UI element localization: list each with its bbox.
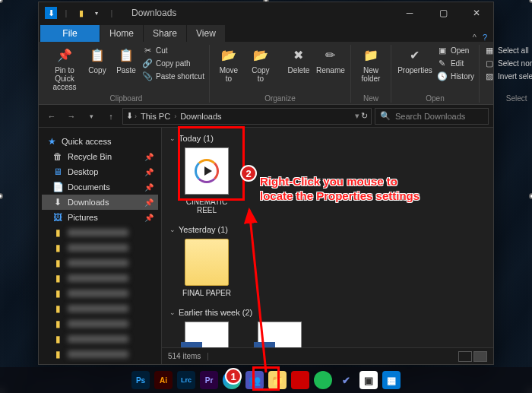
taskbar-app2[interactable]: ▣ bbox=[359, 371, 378, 389]
pin-quick-access-button[interactable]: 📌Pin to Quick access bbox=[48, 45, 81, 93]
view-details-button[interactable] bbox=[458, 351, 472, 362]
tab-file[interactable]: File bbox=[40, 25, 100, 42]
file-word-doc[interactable] bbox=[177, 322, 236, 347]
group-organize-label: Organize bbox=[214, 93, 346, 103]
sidebar-item-pictures[interactable]: 🖼Pictures📌 bbox=[42, 210, 158, 225]
ribbon-tabs: File Home Share View ^ ? bbox=[39, 24, 493, 42]
taskbar[interactable]: Ps Ai Lrc Pr 👥 📁 ✔ ▣ ▦ bbox=[0, 367, 532, 393]
status-bar: 514 items | bbox=[162, 347, 493, 364]
search-icon: 🔍 bbox=[380, 111, 391, 121]
tab-share[interactable]: Share bbox=[144, 25, 186, 42]
up-button[interactable]: ↑ bbox=[103, 108, 119, 125]
sidebar-item-blurred[interactable]: ▮x bbox=[42, 255, 158, 271]
group-open-label: Open bbox=[396, 93, 474, 103]
search-input[interactable]: 🔍 Search Downloads bbox=[375, 108, 489, 125]
taskbar-app[interactable] bbox=[291, 371, 309, 389]
qat-dropdown-icon[interactable]: ▾ bbox=[90, 7, 103, 19]
sidebar-item-desktop[interactable]: 🖥Desktop📌 bbox=[42, 164, 158, 179]
move-to-button[interactable]: 📂Move to bbox=[214, 45, 243, 84]
sidebar-item-blurred[interactable]: ▮x bbox=[42, 301, 158, 316]
ribbon-help-icon[interactable]: ? bbox=[483, 33, 487, 42]
select-all-button[interactable]: ▦Select all bbox=[484, 45, 532, 55]
breadcrumb-dropdown-icon[interactable]: ▾ bbox=[355, 111, 359, 121]
copy-path-button[interactable]: 🔗Copy path bbox=[142, 58, 204, 68]
sidebar-item-downloads[interactable]: ⬇Downloads📌 bbox=[42, 195, 158, 210]
group-select-label: Select bbox=[484, 93, 532, 103]
ribbon-collapse-icon[interactable]: ^ bbox=[473, 33, 477, 42]
invert-selection-button[interactable]: ▨Invert selection bbox=[484, 71, 532, 81]
properties-button[interactable]: ✔Properties bbox=[396, 45, 434, 76]
sidebar-item-documents[interactable]: 📄Documents📌 bbox=[42, 179, 158, 195]
sidebar: ★Quick access 🗑Recycle Bin📌 🖥Desktop📌 📄D… bbox=[39, 128, 162, 364]
new-folder-button[interactable]: 📁New folder bbox=[356, 45, 386, 84]
select-none-button[interactable]: ▢Select none bbox=[484, 58, 532, 68]
window-title: Downloads bbox=[124, 8, 393, 18]
sidebar-item-blurred[interactable]: ▮x bbox=[42, 316, 158, 331]
sidebar-item-blurred[interactable]: ▮x bbox=[42, 271, 158, 286]
taskbar-lightroom[interactable]: Lrc bbox=[177, 371, 195, 389]
sidebar-quick-access[interactable]: ★Quick access bbox=[42, 134, 158, 149]
folder-icon: ⬇ bbox=[126, 111, 133, 121]
file-pane[interactable]: ⌄Today (1) CINEMATIC REEL ⌄Yesterday (1)… bbox=[162, 128, 493, 364]
close-button[interactable]: ✕ bbox=[460, 2, 493, 24]
taskbar-photoshop[interactable]: Ps bbox=[131, 371, 150, 389]
address-bar: ← → ▾ ↑ ⬇ › This PC › Downloads ▾ ↻ 🔍 Se… bbox=[39, 105, 493, 128]
file-word-doc[interactable] bbox=[250, 322, 309, 347]
delete-button[interactable]: ✖Delete bbox=[285, 45, 312, 76]
copy-button[interactable]: 📋Copy bbox=[84, 45, 110, 76]
taskbar-edge[interactable] bbox=[223, 371, 241, 389]
qat-folder2-icon[interactable]: ▮ bbox=[75, 7, 87, 19]
refresh-button[interactable]: ↻ bbox=[361, 111, 368, 121]
qat-folder-icon[interactable]: ⬇ bbox=[45, 7, 57, 19]
taskbar-app3[interactable]: ▦ bbox=[382, 371, 401, 389]
history-button[interactable]: 🕓History bbox=[437, 71, 474, 81]
qat-sep: | bbox=[106, 7, 118, 19]
ribbon: 📌Pin to Quick access 📋Copy 📋Paste ✂Cut 🔗… bbox=[39, 42, 493, 105]
group-yesterday-header[interactable]: ⌄Yesterday (1) bbox=[169, 222, 486, 239]
cut-button[interactable]: ✂Cut bbox=[142, 45, 204, 55]
sidebar-item-blurred[interactable]: ▮x bbox=[42, 240, 158, 255]
tab-home[interactable]: Home bbox=[100, 25, 143, 42]
word-icon bbox=[185, 322, 229, 347]
minimize-button[interactable]: ─ bbox=[393, 2, 426, 24]
paste-shortcut-button[interactable]: 📎Paste shortcut bbox=[142, 71, 204, 81]
video-thumb-icon bbox=[185, 147, 229, 195]
maximize-button[interactable]: ▢ bbox=[426, 2, 460, 24]
edit-button[interactable]: ✎Edit bbox=[437, 58, 474, 68]
group-earlier-header[interactable]: ⌄Earlier this week (2) bbox=[169, 305, 486, 322]
sidebar-item-blurred[interactable]: ▮x bbox=[42, 286, 158, 301]
forward-button[interactable]: → bbox=[63, 108, 80, 125]
group-today-header[interactable]: ⌄Today (1) bbox=[169, 131, 486, 147]
recent-dropdown[interactable]: ▾ bbox=[83, 108, 100, 125]
file-final-paper[interactable]: FINAL PAPER bbox=[177, 239, 236, 297]
taskbar-explorer[interactable]: 📁 bbox=[268, 371, 287, 389]
taskbar-teams[interactable]: 👥 bbox=[245, 371, 264, 389]
item-count: 514 items bbox=[168, 352, 201, 360]
open-button[interactable]: ▣Open bbox=[437, 45, 474, 55]
taskbar-discord[interactable]: ✔ bbox=[337, 371, 355, 389]
sidebar-item-blurred[interactable]: ▮x bbox=[42, 225, 158, 240]
rename-button[interactable]: ✏Rename bbox=[315, 45, 346, 76]
paste-button[interactable]: 📋Paste bbox=[113, 45, 139, 76]
sidebar-item-recycle[interactable]: 🗑Recycle Bin📌 bbox=[42, 149, 158, 164]
tab-view[interactable]: View bbox=[187, 25, 225, 42]
qat-divider: | bbox=[60, 7, 72, 19]
explorer-window: ⬇ | ▮ ▾ | Downloads ─ ▢ ✕ File Home Shar… bbox=[38, 2, 494, 365]
group-clipboard-label: Clipboard bbox=[48, 93, 204, 103]
taskbar-premiere[interactable]: Pr bbox=[200, 371, 218, 389]
taskbar-spotify[interactable] bbox=[314, 371, 332, 389]
sidebar-item-blurred[interactable]: ▮x bbox=[42, 331, 158, 347]
file-cinematic-reel[interactable]: CINEMATIC REEL bbox=[177, 147, 236, 214]
copy-to-button[interactable]: 📂Copy to bbox=[246, 45, 275, 84]
back-button[interactable]: ← bbox=[43, 108, 60, 125]
breadcrumb[interactable]: ⬇ › This PC › Downloads ▾ ↻ bbox=[122, 108, 372, 125]
folder-icon bbox=[185, 239, 229, 286]
titlebar[interactable]: ⬇ | ▮ ▾ | Downloads ─ ▢ ✕ bbox=[39, 2, 493, 24]
taskbar-illustrator[interactable]: Ai bbox=[154, 371, 173, 389]
sidebar-item-blurred[interactable]: ▮x bbox=[42, 347, 158, 362]
view-icons-button[interactable] bbox=[473, 351, 487, 362]
group-new-label: New bbox=[356, 93, 386, 103]
word-icon bbox=[258, 322, 302, 347]
